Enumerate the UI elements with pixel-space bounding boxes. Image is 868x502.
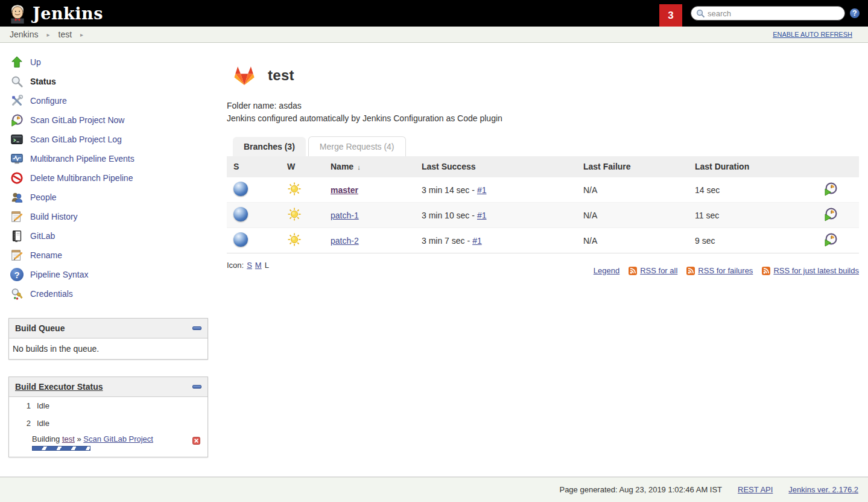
- building-prefix: Building: [32, 434, 60, 443]
- people-icon: [10, 190, 24, 205]
- sidebar-item-label: Scan GitLab Project Now: [30, 115, 124, 125]
- build-queue-title: Build Queue: [15, 323, 65, 333]
- gitlab-logo-icon: [233, 65, 256, 86]
- sidebar-item-status[interactable]: Status: [8, 72, 208, 91]
- sidebar-item-label: Rename: [30, 250, 62, 260]
- book-icon: [10, 229, 24, 243]
- schedule-build-icon[interactable]: [823, 207, 838, 221]
- sidebar-item-label: Multibranch Pipeline Events: [30, 154, 135, 164]
- building-task-link[interactable]: Scan GitLab Project: [83, 434, 153, 443]
- sidebar-item-scan-now[interactable]: Scan GitLab Project Now: [8, 110, 208, 130]
- tab-merge-requests[interactable]: Merge Requests (4): [308, 136, 406, 156]
- executor-row: 2 Idle: [9, 415, 207, 432]
- queue-count-badge[interactable]: 3: [659, 4, 682, 27]
- last-failure-text: N/A: [577, 203, 688, 228]
- col-header-last-duration[interactable]: Last Duration: [688, 156, 802, 177]
- branch-link[interactable]: patch-2: [331, 236, 359, 246]
- icon-size-medium-link[interactable]: M: [255, 261, 262, 270]
- sidebar-item-label: Configure: [30, 96, 67, 106]
- rss-for-all-link[interactable]: RSS for all: [640, 266, 677, 275]
- rss-for-failures-link[interactable]: RSS for failures: [698, 266, 753, 275]
- last-success-text: 3 min 14 sec -: [422, 185, 475, 195]
- page-title: test: [268, 67, 294, 84]
- sidebar-item-label: Build History: [30, 212, 78, 221]
- build-status-ball-icon: [233, 232, 248, 247]
- branch-link[interactable]: patch-1: [331, 211, 359, 220]
- cancel-build-icon[interactable]: [192, 437, 200, 445]
- jenkins-home-link[interactable]: Jenkins: [7, 3, 103, 24]
- top-bar: Jenkins 3 ?: [0, 0, 868, 27]
- notepad-icon: [10, 209, 24, 224]
- col-header-status[interactable]: S: [227, 156, 280, 177]
- sidebar-item-credentials[interactable]: Credentials: [8, 284, 208, 303]
- breadcrumb-test[interactable]: test: [59, 30, 72, 39]
- executor-status: Idle: [37, 419, 49, 428]
- breadcrumb-jenkins[interactable]: Jenkins: [10, 30, 38, 39]
- table-footer-row: Icon: S M L Legend RSS for: [227, 261, 859, 275]
- build-queue-empty-text: No builds in the queue.: [9, 338, 207, 359]
- tab-branches[interactable]: Branches (3): [233, 137, 306, 156]
- search-input[interactable]: [708, 9, 840, 18]
- monitor-pulse-icon: [10, 151, 24, 166]
- executor-building-row: Building test » Scan GitLab Project: [9, 432, 207, 457]
- build-status-ball-icon: [233, 207, 248, 221]
- jenkins-version-link[interactable]: Jenkins ver. 2.176.2: [788, 485, 858, 494]
- sidebar-item-delete[interactable]: Delete Multibranch Pipeline: [8, 168, 208, 188]
- col-header-weather[interactable]: W: [280, 156, 324, 177]
- build-number-link[interactable]: #1: [477, 185, 487, 195]
- sidebar-item-rename[interactable]: Rename: [8, 246, 208, 265]
- branch-link[interactable]: master: [331, 185, 358, 195]
- last-duration-text: 14 sec: [688, 177, 802, 203]
- sidebar-item-gitlab[interactable]: GitLab: [8, 226, 208, 246]
- icon-size-large-current: L: [265, 261, 269, 270]
- sidebar-item-label: Up: [30, 57, 41, 67]
- weather-sun-icon: [287, 232, 302, 247]
- enable-auto-refresh-link[interactable]: ENABLE AUTO REFRESH: [773, 31, 852, 38]
- branches-table: S W Name↓ Last Success Last Failure Last…: [227, 156, 859, 253]
- build-progress-bar[interactable]: [32, 446, 90, 451]
- icon-size-switcher: Icon: S M L: [227, 261, 269, 270]
- sidebar-item-label: Credentials: [30, 289, 73, 299]
- search-box[interactable]: [691, 6, 845, 21]
- rest-api-link[interactable]: REST API: [738, 485, 773, 494]
- jenkins-butler-icon: [7, 3, 28, 24]
- col-header-last-failure[interactable]: Last Failure: [577, 156, 688, 177]
- col-header-name[interactable]: Name↓: [324, 156, 415, 177]
- sidebar-item-label: Pipeline Syntax: [30, 270, 89, 279]
- build-number-link[interactable]: #1: [477, 211, 487, 220]
- sidebar-item-pipeline-events[interactable]: Multibranch Pipeline Events: [8, 149, 208, 168]
- collapse-icon[interactable]: [192, 385, 201, 389]
- build-number-link[interactable]: #1: [472, 236, 482, 246]
- clock-run-icon: [10, 113, 24, 127]
- sidebar-item-scan-log[interactable]: Scan GitLab Project Log: [8, 130, 208, 149]
- last-success-text: 3 min 7 sec -: [422, 236, 470, 246]
- collapse-icon[interactable]: [192, 326, 201, 330]
- sidebar-item-up[interactable]: Up: [8, 52, 208, 72]
- rss-icon: [629, 267, 637, 275]
- job-title-row: test: [227, 65, 859, 86]
- sidebar-item-pipeline-syntax[interactable]: ? Pipeline Syntax: [8, 265, 208, 284]
- icon-size-small-link[interactable]: S: [247, 261, 252, 270]
- executor-status-title-link[interactable]: Build Executor Status: [15, 382, 103, 392]
- table-row: patch-2 3 min 7 sec -#1 N/A 9 sec: [227, 228, 859, 253]
- search-help-icon[interactable]: ?: [850, 8, 860, 18]
- building-job-link[interactable]: test: [62, 434, 75, 443]
- sidebar-item-label: GitLab: [30, 231, 55, 241]
- sidebar-item-people[interactable]: People: [8, 188, 208, 207]
- table-row: master 3 min 14 sec -#1 N/A 14 sec: [227, 177, 859, 203]
- page-generated-text: Page generated: Aug 23, 2019 1:02:46 AM …: [559, 485, 722, 494]
- schedule-build-icon[interactable]: [823, 232, 838, 247]
- col-header-last-success[interactable]: Last Success: [415, 156, 577, 177]
- sidebar-item-configure[interactable]: Configure: [8, 91, 208, 110]
- page-content: Up Status Configure: [0, 43, 868, 457]
- rss-latest-builds-link[interactable]: RSS for just latest builds: [773, 266, 859, 275]
- schedule-build-icon[interactable]: [823, 182, 838, 196]
- executor-row: 1 Idle: [9, 397, 207, 415]
- terminal-icon: [10, 132, 24, 147]
- legend-link[interactable]: Legend: [594, 266, 619, 275]
- weather-sun-icon: [287, 207, 302, 221]
- build-queue-header: Build Queue: [9, 319, 207, 338]
- sidebar-item-build-history[interactable]: Build History: [8, 207, 208, 226]
- up-arrow-icon: [10, 55, 24, 69]
- question-icon: ?: [10, 267, 24, 282]
